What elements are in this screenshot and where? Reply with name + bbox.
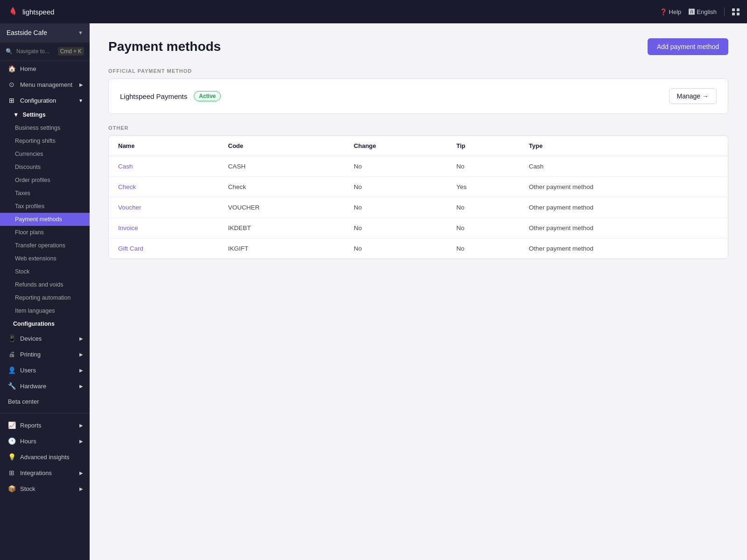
sidebar-item-taxes[interactable]: Taxes <box>0 187 90 200</box>
sidebar-item-reporting-automation[interactable]: Reporting automation <box>0 291 90 304</box>
help-icon: ❓ <box>660 8 667 15</box>
store-selector[interactable]: Eastside Cafe ▼ <box>0 23 90 42</box>
hours-icon: 🕐 <box>8 437 15 445</box>
reports-icon: 📈 <box>8 421 15 429</box>
sidebar-item-payment-methods[interactable]: Payment methods <box>0 213 90 226</box>
sidebar-item-home[interactable]: 🏠 Home <box>0 61 90 77</box>
payment-methods-table-card: Name Code Change Tip Type Cash CASH No N… <box>108 135 728 259</box>
sidebar-item-hours[interactable]: 🕐 Hours ▶ <box>0 433 90 449</box>
main-content: Payment methods Add payment method Offic… <box>90 23 747 560</box>
other-section-label: Other <box>108 125 728 131</box>
sidebar-item-currencies[interactable]: Currencies <box>0 147 90 161</box>
sidebar-item-web-extensions[interactable]: Web extensions <box>0 252 90 265</box>
sidebar: Eastside Cafe ▼ 🔍 Navigate to... Cmd + K… <box>0 23 90 560</box>
col-name: Name <box>109 136 219 156</box>
col-change: Change <box>345 136 447 156</box>
payment-name-cell[interactable]: Gift Card <box>109 238 219 259</box>
sidebar-item-discounts[interactable]: Discounts <box>0 161 90 174</box>
language-selector[interactable]: 🅰 English <box>689 8 717 15</box>
payment-tip-cell: No <box>447 197 519 218</box>
sidebar-item-floor-plans[interactable]: Floor plans <box>0 226 90 239</box>
table-row: Voucher VOUCHER No No Other payment meth… <box>109 197 728 218</box>
payment-type-cell: Other payment method <box>520 197 728 218</box>
printing-icon: 🖨 <box>8 350 15 358</box>
sidebar-item-users[interactable]: 👤 Users ▶ <box>0 362 90 378</box>
payment-name-cell[interactable]: Cash <box>109 156 219 177</box>
payment-change-cell: No <box>345 238 447 259</box>
payment-change-cell: No <box>345 177 447 197</box>
table-header: Name Code Change Tip Type <box>109 136 728 156</box>
official-card-left: Lightspeed Payments Active <box>120 91 221 101</box>
store-name: Eastside Cafe <box>7 29 47 36</box>
chevron-right-icon-hours: ▶ <box>79 439 83 444</box>
sidebar-item-menu-management[interactable]: ⊙ Menu management ▶ <box>0 77 90 92</box>
chevron-right-icon-devices: ▶ <box>79 336 83 341</box>
grid-icon <box>732 8 740 15</box>
col-type: Type <box>520 136 728 156</box>
payment-code-cell: VOUCHER <box>219 197 345 218</box>
payment-tip-cell: Yes <box>447 177 519 197</box>
sidebar-item-reporting-shifts[interactable]: Reporting shifts <box>0 134 90 147</box>
chevron-right-icon-reports: ▶ <box>79 423 83 428</box>
apps-icon[interactable] <box>732 8 740 15</box>
sidebar-item-printing[interactable]: 🖨 Printing ▶ <box>0 346 90 362</box>
topbar-right: ❓ Help 🅰 English <box>660 7 740 16</box>
sidebar-item-configuration[interactable]: ⊞ Configuration ▼ <box>0 92 90 108</box>
table-row: Cash CASH No No Cash <box>109 156 728 177</box>
users-icon: 👤 <box>8 366 15 374</box>
payment-name-cell[interactable]: Invoice <box>109 218 219 238</box>
payment-tip-cell: No <box>447 218 519 238</box>
col-tip: Tip <box>447 136 519 156</box>
payment-code-cell: CASH <box>219 156 345 177</box>
table-container: Name Code Change Tip Type Cash CASH No N… <box>109 136 728 259</box>
hardware-icon: 🔧 <box>8 382 15 390</box>
add-payment-method-button[interactable]: Add payment method <box>648 38 728 55</box>
insights-icon: 💡 <box>8 453 15 461</box>
sidebar-item-stock[interactable]: Stock <box>0 265 90 278</box>
sidebar-item-refunds-and-voids[interactable]: Refunds and voids <box>0 278 90 291</box>
payment-name-cell[interactable]: Voucher <box>109 197 219 218</box>
official-payment-card: Lightspeed Payments Active Manage → <box>108 78 728 114</box>
manage-button[interactable]: Manage → <box>669 88 717 104</box>
table-row: Gift Card IKGIFT No No Other payment met… <box>109 238 728 259</box>
help-link[interactable]: ❓ Help <box>660 8 682 15</box>
search-icon: 🔍 <box>6 48 13 55</box>
table-row: Check Check No Yes Other payment method <box>109 177 728 197</box>
sidebar-item-transfer-operations[interactable]: Transfer operations <box>0 239 90 252</box>
topbar-divider <box>724 7 725 16</box>
lightspeed-payments-label: Lightspeed Payments <box>120 92 187 100</box>
payment-type-cell: Other payment method <box>520 218 728 238</box>
sidebar-item-devices[interactable]: 📱 Devices ▶ <box>0 330 90 346</box>
sidebar-item-integrations[interactable]: ⊞ Integrations ▶ <box>0 465 90 481</box>
official-card-row: Lightspeed Payments Active Manage → <box>109 79 728 113</box>
sidebar-item-stock-bottom[interactable]: 📦 Stock ▶ <box>0 481 90 497</box>
settings-group-header[interactable]: ▼ Settings <box>0 108 90 121</box>
payment-code-cell: Check <box>219 177 345 197</box>
configurations-label[interactable]: Configurations <box>0 317 90 330</box>
sidebar-item-item-languages[interactable]: Item languages <box>0 304 90 317</box>
logo: lightspeed <box>7 6 54 17</box>
integrations-icon: ⊞ <box>8 469 15 476</box>
col-code: Code <box>219 136 345 156</box>
payment-methods-table: Name Code Change Tip Type Cash CASH No N… <box>109 136 728 259</box>
sidebar-item-tax-profiles[interactable]: Tax profiles <box>0 200 90 213</box>
payment-tip-cell: No <box>447 238 519 259</box>
sidebar-item-hardware[interactable]: 🔧 Hardware ▶ <box>0 378 90 394</box>
payment-change-cell: No <box>345 197 447 218</box>
page-title: Payment methods <box>108 39 221 54</box>
payment-type-cell: Other payment method <box>520 238 728 259</box>
search-shortcut: Cmd + K <box>58 47 84 56</box>
payment-code-cell: IKDEBT <box>219 218 345 238</box>
sidebar-item-order-profiles[interactable]: Order profiles <box>0 174 90 187</box>
table-body: Cash CASH No No Cash Check Check No Yes … <box>109 156 728 259</box>
topbar: lightspeed ❓ Help 🅰 English <box>0 0 747 23</box>
sidebar-search[interactable]: 🔍 Navigate to... Cmd + K <box>0 42 90 61</box>
sidebar-item-reports[interactable]: 📈 Reports ▶ <box>0 417 90 433</box>
payment-name-cell[interactable]: Check <box>109 177 219 197</box>
sidebar-item-beta-center[interactable]: Beta center <box>0 394 90 409</box>
payment-type-cell: Cash <box>520 156 728 177</box>
devices-icon: 📱 <box>8 335 15 342</box>
sidebar-item-advanced-insights[interactable]: 💡 Advanced insights <box>0 449 90 465</box>
payment-tip-cell: No <box>447 156 519 177</box>
sidebar-item-business-settings[interactable]: Business settings <box>0 121 90 134</box>
